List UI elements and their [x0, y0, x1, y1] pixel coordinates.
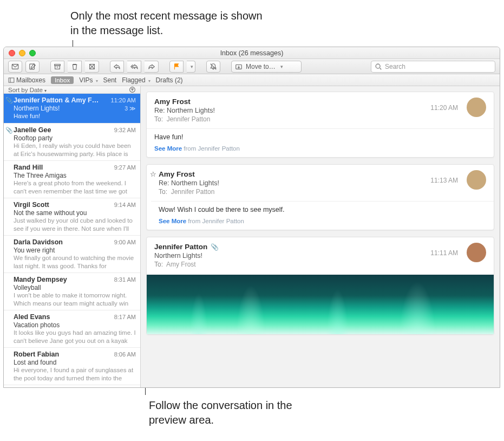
message-preview: Hi everyone, I found a pair of sunglasse… [14, 366, 136, 381]
attachment-icon: 📎 [5, 97, 13, 104]
image-attachment[interactable] [147, 275, 494, 334]
flagged-label: Flagged [122, 76, 145, 84]
message-sender: Janelle Gee [14, 126, 51, 134]
subject: Re: Northern Lights! [154, 107, 215, 114]
avatar [467, 98, 486, 117]
see-more-link[interactable]: See More from Jennifer Patton [154, 145, 486, 152]
fav-vips[interactable]: VIPs [79, 76, 97, 84]
to-label: To: [154, 115, 163, 123]
reply-all-button[interactable] [127, 61, 141, 73]
delete-button[interactable] [68, 61, 82, 73]
inbox-pill: Inbox [51, 76, 74, 84]
callout-bottom: Follow the conversation in the preview a… [149, 398, 322, 427]
message-subject: Volleyball [14, 284, 41, 291]
sidebar-icon [8, 77, 15, 83]
mute-bell-icon [210, 63, 217, 70]
attachment-icon: 📎 [5, 127, 13, 134]
search-field[interactable]: Search [371, 61, 495, 73]
message-preview: Just walked by your old cube and looked … [14, 217, 136, 232]
message-time: 11:13 AM [430, 176, 458, 184]
conversation-message[interactable]: Jennifer Patton📎Northern Lights!To: Amy … [146, 237, 494, 335]
move-icon [235, 63, 243, 70]
star-icon[interactable]: ☆ [150, 170, 156, 178]
get-mail-button[interactable] [8, 61, 22, 73]
message-sender: Robert Fabian [14, 351, 59, 358]
mute-button[interactable] [206, 61, 220, 73]
message-row[interactable]: Aled Evans8:17 AMVacation photosIt looks… [4, 310, 140, 348]
message-preview: We finally got around to watching the mo… [14, 254, 136, 269]
avatar [467, 170, 486, 190]
message-subject: Vacation photos [14, 321, 60, 329]
flag-menu-button[interactable] [187, 61, 195, 73]
message-body: Have fun! [154, 133, 486, 141]
preview-pane: Amy FrostRe: Northern Lights!To: Jennife… [141, 86, 500, 387]
message-subject: Northern Lights! [14, 105, 60, 112]
message-sender: Jennifer Patton & Amy Frost [14, 96, 100, 104]
svg-point-6 [376, 64, 380, 68]
compose-button[interactable] [25, 61, 40, 73]
callout-top: Only the most recent message is shown in… [70, 9, 271, 38]
forward-button[interactable] [145, 61, 159, 73]
message-preview: Hi Eden, I really wish you could have be… [14, 142, 136, 157]
reply-button[interactable] [110, 61, 124, 73]
sort-label: Sort by Date [8, 87, 43, 93]
message-row[interactable]: Virgil Scott9:14 AMNot the same without … [4, 198, 140, 236]
attachment-icon: 📎 [211, 243, 219, 251]
reply-icon [113, 63, 121, 70]
message-preview: I won't be able to make it tomorrow nigh… [14, 291, 136, 307]
archive-button[interactable] [50, 61, 64, 73]
sent-label: Sent [103, 76, 117, 84]
message-time: 11:20 AM [111, 97, 136, 103]
reply-all-icon [130, 63, 138, 70]
message-row[interactable]: 📎Jennifer Patton & Amy Frost11:20 AMNort… [4, 94, 140, 124]
message-time: 9:27 AM [114, 164, 136, 171]
mailboxes-label: Mailboxes [16, 76, 45, 84]
thread-count: 3 ≫ [125, 105, 136, 112]
to-label: To: [154, 261, 163, 268]
message-body: Wow! Wish I could be there to see myself… [159, 206, 486, 213]
message-row[interactable]: ☆Eliza Block8:00 AM [4, 385, 140, 387]
toolbar: Move to… Search [4, 59, 500, 74]
see-more-link[interactable]: See More from Jennifer Patton [159, 218, 486, 224]
message-row[interactable]: 📎Janelle Gee9:32 AMRooftop partyHi Eden,… [4, 124, 140, 161]
search-icon [375, 63, 382, 70]
conversation-message[interactable]: ☆Amy FrostRe: Northern Lights!To: Jennif… [146, 164, 494, 230]
conversation-message[interactable]: Amy FrostRe: Northern Lights!To: Jennife… [146, 92, 494, 158]
message-time: 9:32 AM [114, 127, 136, 133]
message-sender: Darla Davidson [14, 238, 63, 246]
flag-button[interactable] [169, 61, 184, 73]
message-row[interactable]: Rand Hill9:27 AMThe Three AmigasHere's a… [4, 161, 140, 198]
forward-icon [148, 63, 155, 70]
message-row[interactable]: Robert Fabian8:06 AMLost and foundHi eve… [4, 348, 140, 385]
message-subject: Rooftop party [14, 134, 53, 142]
from-name: Jennifer Patton📎 [154, 243, 219, 251]
to-name: Jennifer Patton [167, 115, 211, 123]
fav-sent[interactable]: Sent [103, 76, 117, 84]
trash-icon [71, 63, 78, 70]
subject: Re: Northern Lights! [159, 179, 219, 187]
subject: Northern Lights! [154, 252, 219, 260]
avatar [467, 243, 486, 262]
filter-icon[interactable] [129, 86, 136, 93]
show-mailboxes-button[interactable]: Mailboxes [8, 76, 45, 84]
message-time: 8:17 AM [114, 314, 136, 320]
message-preview: Have fun! [14, 112, 136, 120]
message-row[interactable]: Darla Davidson9:00 AMYou were rightWe fi… [4, 236, 140, 273]
window-title: Inbox (26 messages) [4, 49, 500, 57]
message-sender: Virgil Scott [14, 201, 49, 209]
svg-rect-7 [9, 77, 14, 82]
mail-window: Inbox (26 messages) [3, 47, 500, 388]
junk-button[interactable] [85, 61, 99, 73]
move-to-button[interactable]: Move to… [231, 61, 302, 73]
vips-label: VIPs [79, 76, 93, 84]
sort-bar[interactable]: Sort by Date [4, 86, 140, 94]
fav-drafts[interactable]: Drafts (2) [156, 76, 183, 84]
archive-icon [54, 63, 61, 70]
message-subject: You were right [14, 247, 55, 254]
message-row[interactable]: Mandy Dempsey8:31 AMVolleyballI won't be… [4, 273, 140, 310]
message-sender: Aled Evans [14, 313, 50, 321]
fav-flagged[interactable]: Flagged [122, 76, 150, 84]
fav-inbox[interactable]: Inbox [51, 76, 74, 84]
message-time: 8:31 AM [114, 276, 136, 283]
chevron-down-icon [43, 87, 47, 93]
